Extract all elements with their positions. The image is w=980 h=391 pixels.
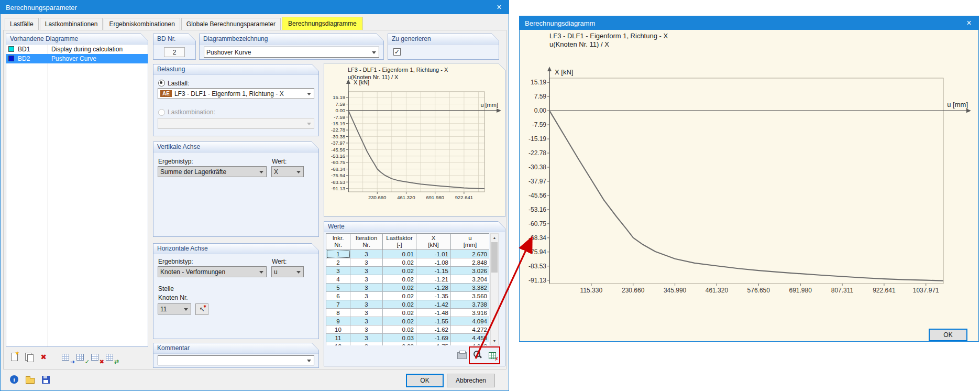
table-cell[interactable]: -1.35 xyxy=(416,292,451,300)
table-cell[interactable]: 3.204 xyxy=(451,275,490,284)
diagrammbezeichnung-combo[interactable]: Pushover Kurve xyxy=(204,47,379,58)
table-cell[interactable]: 4.094 xyxy=(451,317,490,325)
table-cell[interactable]: 0.02 xyxy=(383,317,416,325)
table-cell[interactable]: -1.62 xyxy=(416,325,451,334)
copy-diagram-button[interactable] xyxy=(23,351,35,363)
table-cell[interactable]: 3 xyxy=(350,317,383,325)
chevron-down-icon[interactable] xyxy=(296,271,301,274)
scrollbar-thumb[interactable] xyxy=(491,242,498,273)
table-row[interactable]: 1230.03-1.754.628 xyxy=(326,342,490,346)
table-cell[interactable]: -1.01 xyxy=(416,250,451,258)
chevron-down-icon[interactable] xyxy=(259,271,263,274)
table-cell[interactable]: 3 xyxy=(350,267,383,275)
table-cell[interactable]: 3.382 xyxy=(451,284,490,292)
table-cell[interactable]: 3.738 xyxy=(451,300,490,309)
table-cell[interactable]: 3 xyxy=(350,284,383,292)
table-arrow-button[interactable]: ➜ xyxy=(59,351,72,363)
table-cell[interactable]: 3 xyxy=(326,267,350,275)
table-row[interactable]: 1030.02-1.624.272 xyxy=(326,325,490,334)
table-row[interactable]: 630.02-1.353.560 xyxy=(326,292,490,300)
table-cell[interactable]: 0.02 xyxy=(383,309,416,317)
ok-button-right[interactable]: OK xyxy=(929,329,967,341)
close-icon[interactable]: × xyxy=(490,1,509,14)
table-cell[interactable]: 8 xyxy=(326,309,350,317)
table-cell[interactable]: 11 xyxy=(326,334,350,342)
table-cell[interactable]: 7 xyxy=(326,300,350,309)
table-cell[interactable]: -1.48 xyxy=(416,309,451,317)
table-cell[interactable]: -1.75 xyxy=(416,342,451,346)
werte-table[interactable]: Inkr.Nr.IterationNr.Lastfaktor[-]X[kN]u[… xyxy=(326,233,489,345)
table-cell[interactable]: 0.02 xyxy=(383,300,416,309)
table-cell[interactable]: 12 xyxy=(326,342,350,346)
save-button[interactable] xyxy=(39,374,52,385)
table-cell[interactable]: 3 xyxy=(350,300,383,309)
table-cell[interactable]: -1.15 xyxy=(416,267,451,275)
print-button[interactable] xyxy=(456,349,468,361)
table-cell[interactable]: 3 xyxy=(350,275,383,284)
table-cell[interactable]: 0.02 xyxy=(383,325,416,334)
table-cell[interactable]: 0.02 xyxy=(383,284,416,292)
table-cell[interactable]: -1.08 xyxy=(416,258,451,267)
list-item-bd1[interactable]: BD1Display during calculation xyxy=(6,45,148,54)
tab-lastf-lle[interactable]: Lastfälle xyxy=(5,18,39,30)
open-button[interactable] xyxy=(24,374,36,385)
table-cell[interactable]: 10 xyxy=(326,325,350,334)
pick-node-button[interactable]: ↖ ✱ xyxy=(195,303,208,315)
table-cell[interactable]: 0.02 xyxy=(383,267,416,275)
table-cell[interactable]: 3 xyxy=(350,309,383,317)
table-cell[interactable]: 3.560 xyxy=(451,292,490,300)
table-cell[interactable]: -1.21 xyxy=(416,275,451,284)
table-cell[interactable]: 2 xyxy=(326,258,350,267)
tab-berechnungsdiagramme[interactable]: Berechnungsdiagramme xyxy=(282,17,363,30)
table-row[interactable]: 530.02-1.283.382 xyxy=(326,284,490,292)
table-row[interactable]: 130.01-1.012.670 xyxy=(326,250,490,258)
tab-globale-berechnungsparameter[interactable]: Globale Berechnungsparameter xyxy=(181,18,281,30)
table-cell[interactable]: 3 xyxy=(350,258,383,267)
chevron-down-icon[interactable] xyxy=(184,308,188,311)
table-row[interactable]: 230.02-1.082.848 xyxy=(326,258,490,267)
table-cell[interactable]: 3 xyxy=(350,334,383,342)
kommentar-combo[interactable] xyxy=(158,355,314,365)
lastfall-combo[interactable]: AE LF3 - DLF1 - Eigenform 1, Richtung - … xyxy=(158,88,314,99)
table-cell[interactable]: 4.628 xyxy=(451,342,490,346)
cancel-button[interactable]: Abbrechen xyxy=(447,374,495,387)
chevron-down-icon[interactable] xyxy=(259,171,263,173)
tab-ergebniskombinationen[interactable]: Ergebniskombinationen xyxy=(104,18,180,30)
wert-combo-v[interactable]: X xyxy=(271,166,304,177)
werte-table-scrollbar[interactable]: ▲ ▼ xyxy=(490,233,499,345)
table-cell[interactable]: 0.02 xyxy=(383,292,416,300)
table-cell[interactable]: -1.42 xyxy=(416,300,451,309)
table-row[interactable]: 830.02-1.483.916 xyxy=(326,309,490,317)
table-cell[interactable]: 4.272 xyxy=(451,325,490,334)
table-row[interactable]: 730.02-1.423.738 xyxy=(326,300,490,309)
table-cell[interactable]: 4.450 xyxy=(451,334,490,342)
table-cell[interactable]: 3.916 xyxy=(451,309,490,317)
chevron-down-icon[interactable] xyxy=(307,360,311,362)
table-cell[interactable]: 2.848 xyxy=(451,258,490,267)
lastkombination-radio[interactable] xyxy=(158,109,165,116)
wert-combo-h[interactable]: u xyxy=(271,266,304,277)
ergebnistyp-combo-h[interactable]: Knoten - Verformungen xyxy=(158,266,267,277)
table-cell[interactable]: 9 xyxy=(326,317,350,325)
table-cell[interactable]: 3 xyxy=(350,325,383,334)
knoten-nr-combo[interactable]: 11 xyxy=(158,303,191,314)
scroll-up-icon[interactable]: ▲ xyxy=(491,234,498,242)
zu-generieren-checkbox[interactable]: ✓ xyxy=(393,48,401,56)
ergebnistyp-combo-v[interactable]: Summe der Lagerkräfte xyxy=(158,166,267,177)
list-item-bd2[interactable]: BD2Pushover Curve xyxy=(6,54,148,63)
tab-lastkombinationen[interactable]: Lastkombinationen xyxy=(40,18,103,30)
table-row[interactable]: 330.02-1.153.026 xyxy=(326,267,490,275)
table-cell[interactable]: -1.69 xyxy=(416,334,451,342)
table-cell[interactable]: 0.02 xyxy=(383,258,416,267)
ok-button[interactable]: OK xyxy=(406,374,444,387)
chevron-down-icon[interactable] xyxy=(296,171,301,173)
bd-nr-field[interactable]: 2 xyxy=(164,47,185,57)
delete-diagram-button[interactable]: ✖ xyxy=(37,351,50,363)
table-cell[interactable]: 4 xyxy=(326,275,350,284)
invert-selection-button[interactable]: ⇄ xyxy=(103,351,116,363)
check-all-button[interactable]: ✓ xyxy=(74,351,86,363)
table-cell[interactable]: 3 xyxy=(350,250,383,258)
close-icon[interactable]: × xyxy=(960,16,978,30)
table-cell[interactable]: 0.02 xyxy=(383,275,416,284)
table-cell[interactable]: 5 xyxy=(326,284,350,292)
